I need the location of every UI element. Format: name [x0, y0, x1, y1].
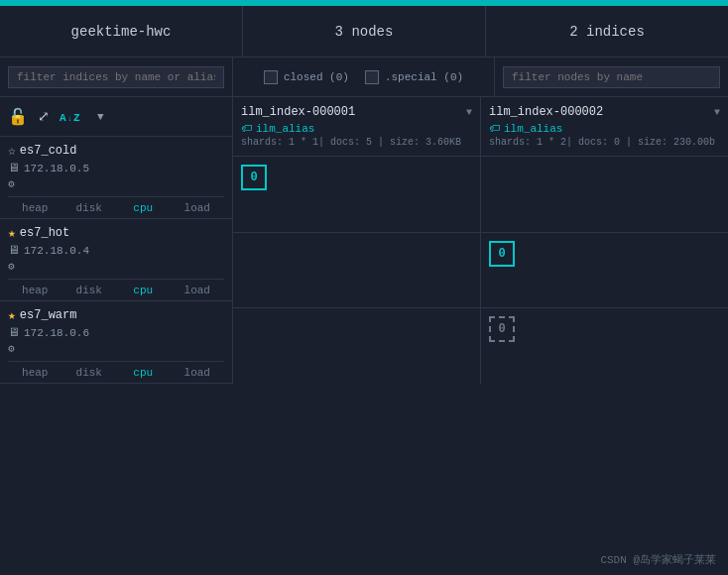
metric-heap-warm: heap [8, 365, 62, 381]
left-panel: 🔓 ⤢ A ↓ Z ▼ ☆ es7_cold 🖥 17 [0, 97, 233, 384]
shard-badge-col1-row1[interactable]: 0 [241, 165, 267, 190]
special-checkbox-group[interactable]: .special (0) [365, 70, 463, 84]
closed-checkbox-group[interactable]: closed (0) [264, 70, 349, 84]
star-icon-warm[interactable]: ★ [8, 307, 16, 323]
node-row: ★ es7_hot 🖥 172.18.0.4 ⚙ heap disk cpu l… [0, 219, 232, 301]
hdd-icon-warm: 🖥 [8, 325, 20, 340]
closed-label: closed (0) [284, 71, 349, 83]
shard-cell-col1-row3 [233, 308, 480, 384]
star-icon-cold[interactable]: ☆ [8, 143, 16, 159]
node-ip-cold: 🖥 172.18.0.5 [8, 161, 224, 175]
node-tag-warm: ⚙ [8, 342, 224, 355]
index-filter-input[interactable] [8, 66, 224, 88]
expand-icon[interactable]: ⤢ [38, 108, 50, 125]
node-rows-container: ☆ es7_cold 🖥 172.18.0.5 ⚙ heap disk cpu … [0, 137, 232, 384]
node-name-warm: ★ es7_warm [8, 307, 224, 323]
node-filter-input[interactable] [503, 66, 720, 88]
shard-cell-col2-row3: 0 [481, 308, 728, 384]
watermark: CSDN @岛学家蝎子莱莱 [600, 552, 716, 567]
sort-az-icon[interactable]: A ↓ Z [60, 108, 87, 126]
node-row: ★ es7_warm 🖥 172.18.0.6 ⚙ heap disk cpu … [0, 301, 232, 384]
index-alias-2: 🏷 ilm_alias [489, 122, 720, 135]
index-col-1: 0 [233, 157, 481, 384]
node-name-cold: ☆ es7_cold [8, 143, 224, 159]
index-dropdown-2[interactable]: ▼ [714, 107, 720, 118]
metric-heap-hot: heap [8, 283, 62, 298]
shard-badge-col2-row3[interactable]: 0 [489, 316, 515, 342]
metric-disk-warm: disk [62, 365, 117, 381]
node-name-hot: ★ es7_hot [8, 225, 224, 241]
dropdown-icon[interactable]: ▼ [97, 111, 104, 123]
right-panel: ilm_index-000001 ▼ 🏷 ilm_alias shards: 1… [233, 97, 728, 384]
index-header-1: ilm_index-000001 ▼ 🏷 ilm_alias shards: 1… [233, 97, 481, 156]
shard-badge-col2-row2[interactable]: 0 [489, 241, 515, 267]
tag-icon-cold: ⚙ [8, 178, 15, 190]
toolbar: 🔓 ⤢ A ↓ Z ▼ [0, 97, 232, 137]
index-alias-1: 🏷 ilm_alias [241, 122, 472, 135]
shard-cell-col2-row2: 0 [481, 233, 728, 309]
index-shards-2: shards: 1 * 2| docs: 0 | size: 230.00b [489, 137, 720, 148]
special-label: .special (0) [385, 71, 463, 83]
tag-icon-alias-1: 🏷 [241, 122, 252, 135]
metric-disk-hot: disk [62, 283, 117, 298]
metric-load-warm: load [171, 365, 225, 381]
star-icon-hot[interactable]: ★ [8, 225, 16, 241]
indices-count: 2 indices [486, 6, 728, 57]
node-metrics-cold: heap disk cpu load [8, 196, 224, 216]
metric-load-hot: load [171, 283, 225, 298]
metric-disk-cold: disk [62, 200, 117, 216]
metric-heap-cold: heap [8, 200, 62, 216]
node-tag-hot: ⚙ [8, 260, 224, 273]
metric-cpu-warm: cpu [116, 365, 171, 381]
cluster-name: geektime-hwc [0, 6, 243, 57]
header-row: geektime-hwc 3 nodes 2 indices [0, 6, 728, 58]
main-content: 🔓 ⤢ A ↓ Z ▼ ☆ es7_cold 🖥 17 [0, 97, 728, 384]
nodes-count: 3 nodes [243, 6, 486, 57]
tag-icon-hot: ⚙ [8, 261, 15, 273]
svg-text:Z: Z [73, 112, 80, 124]
node-ip-warm: 🖥 172.18.0.6 [8, 325, 224, 340]
lock-icon[interactable]: 🔓 [8, 107, 28, 127]
shard-cell-col1-row2 [233, 233, 480, 309]
hdd-icon-cold: 🖥 [8, 161, 20, 175]
node-metrics-hot: heap disk cpu load [8, 279, 224, 298]
node-ip-hot: 🖥 172.18.0.4 [8, 243, 224, 258]
node-tag-cold: ⚙ [8, 177, 224, 190]
metric-load-cold: load [171, 200, 225, 216]
special-checkbox[interactable] [365, 70, 379, 84]
tag-icon-warm: ⚙ [8, 343, 15, 355]
index-cols-container: 0 0 0 [233, 157, 728, 384]
node-row: ☆ es7_cold 🖥 172.18.0.5 ⚙ heap disk cpu … [0, 137, 232, 219]
index-col-2: 0 0 [481, 157, 728, 384]
shard-cell-col2-row1 [481, 157, 728, 233]
index-name-1: ilm_index-000001 ▼ [241, 105, 472, 119]
svg-text:↓: ↓ [67, 114, 72, 123]
shard-cell-col1-row1: 0 [233, 157, 480, 233]
index-dropdown-1[interactable]: ▼ [466, 107, 472, 118]
metric-cpu-cold: cpu [116, 200, 171, 216]
node-metrics-warm: heap disk cpu load [8, 361, 224, 381]
hdd-icon-hot: 🖥 [8, 243, 20, 258]
svg-text:A: A [60, 112, 66, 124]
node-filter-cell [495, 58, 728, 96]
checkbox-filter-cell: closed (0) .special (0) [233, 58, 495, 96]
index-filter-cell [0, 58, 233, 96]
tag-icon-alias-2: 🏷 [489, 122, 500, 135]
filter-row: closed (0) .special (0) [0, 58, 728, 97]
closed-checkbox[interactable] [264, 70, 278, 84]
index-shards-1: shards: 1 * 1| docs: 5 | size: 3.60KB [241, 137, 472, 148]
index-header-2: ilm_index-000002 ▼ 🏷 ilm_alias shards: 1… [481, 97, 728, 156]
index-name-2: ilm_index-000002 ▼ [489, 105, 720, 119]
indices-header: ilm_index-000001 ▼ 🏷 ilm_alias shards: 1… [233, 97, 728, 157]
metric-cpu-hot: cpu [116, 283, 171, 298]
